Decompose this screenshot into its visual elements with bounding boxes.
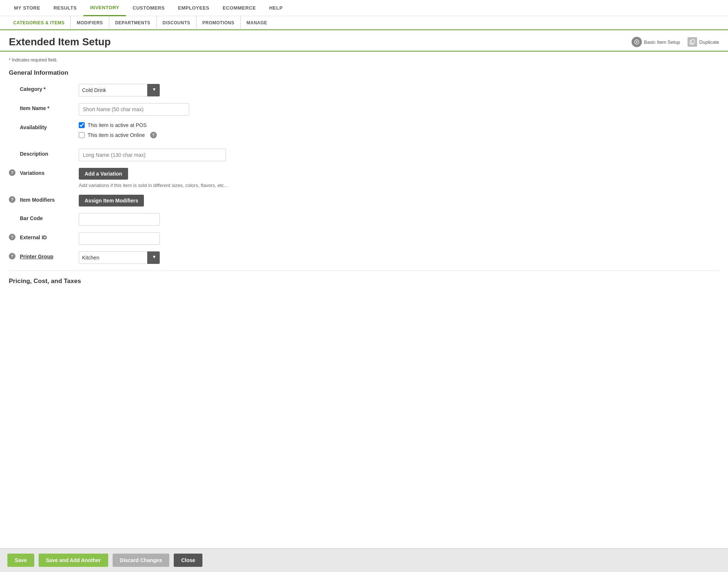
- page-header: Extended Item Setup Basic Item Setup Dup…: [0, 30, 728, 52]
- variations-hint: Add variations if this item is sold in d…: [79, 183, 719, 188]
- subnav-discounts[interactable]: DISCOUNTS: [157, 16, 197, 30]
- basic-item-setup-link[interactable]: Basic Item Setup: [632, 37, 680, 47]
- assign-item-modifiers-button[interactable]: Assign Item Modifiers: [79, 195, 144, 206]
- nav-customers[interactable]: CUSTOMERS: [126, 0, 171, 16]
- bar-code-label: Bar Code: [20, 213, 79, 221]
- basic-item-setup-label: Basic Item Setup: [644, 39, 680, 45]
- availability-online-checkbox[interactable]: [79, 132, 85, 138]
- category-row: Category * Cold Drink Hot Drink Food Des…: [9, 84, 719, 96]
- external-id-label: External ID: [20, 232, 79, 240]
- duplicate-label: Duplicate: [699, 39, 719, 45]
- duplicate-icon: [688, 37, 697, 47]
- item-name-control: [79, 103, 719, 116]
- pos-checkbox-row: This item is active at POS: [79, 122, 719, 128]
- nav-employees[interactable]: EMPLOYEES: [172, 0, 216, 16]
- availability-label: Availability: [20, 122, 79, 130]
- printer-group-select-wrapper: Kitchen Bar None: [79, 251, 160, 264]
- nav-help[interactable]: HELP: [262, 0, 289, 16]
- external-id-control: [79, 232, 719, 245]
- bar-code-row: Bar Code: [9, 213, 719, 226]
- item-name-row: Item Name *: [9, 103, 719, 116]
- availability-pos-label: This item is active at POS: [88, 122, 146, 128]
- availability-pos-checkbox[interactable]: [79, 122, 85, 128]
- pricing-heading: Pricing, Cost, and Taxes: [9, 278, 719, 285]
- item-name-label: Item Name *: [20, 103, 79, 111]
- variations-help-icon[interactable]: ?: [9, 169, 15, 176]
- availability-row: Availability This item is active at POS …: [9, 122, 719, 142]
- description-row: Description: [9, 149, 719, 161]
- top-navigation: MY STORE RESULTS INVENTORY CUSTOMERS EMP…: [0, 0, 728, 16]
- bar-code-input[interactable]: [79, 213, 160, 226]
- printer-group-help-icon[interactable]: ?: [9, 253, 15, 259]
- online-checkbox-row: This item is active Online ?: [79, 132, 719, 138]
- external-id-input[interactable]: [79, 232, 160, 245]
- item-modifiers-row: ? Item Modifiers Assign Item Modifiers: [9, 195, 719, 206]
- item-modifiers-help-icon[interactable]: ?: [9, 196, 15, 203]
- item-modifiers-label: Item Modifiers: [20, 195, 79, 203]
- variations-control: Add a Variation Add variations if this i…: [79, 168, 719, 188]
- description-input[interactable]: [79, 149, 226, 161]
- item-name-input[interactable]: [79, 103, 189, 116]
- subnav-modifiers[interactable]: MODIFIERS: [71, 16, 109, 30]
- subnav-manage[interactable]: MANAGE: [241, 16, 273, 30]
- description-control: [79, 149, 719, 161]
- section-divider: [9, 271, 719, 271]
- printer-group-control: Kitchen Bar None: [79, 251, 719, 264]
- bar-code-control: [79, 213, 719, 226]
- add-variation-button[interactable]: Add a Variation: [79, 168, 128, 180]
- duplicate-link[interactable]: Duplicate: [688, 37, 719, 47]
- printer-group-select[interactable]: Kitchen Bar None: [79, 251, 160, 264]
- category-select-wrapper: Cold Drink Hot Drink Food Dessert: [79, 84, 160, 96]
- printer-group-label: Printer Group: [20, 251, 79, 259]
- basic-item-setup-icon: [632, 37, 642, 47]
- main-content: * Indicates required field. General Info…: [0, 52, 728, 328]
- external-id-help-icon[interactable]: ?: [9, 234, 15, 240]
- header-actions: Basic Item Setup Duplicate: [632, 37, 719, 47]
- nav-my-store[interactable]: MY STORE: [7, 0, 47, 16]
- description-label: Description: [20, 149, 79, 157]
- sub-navigation: CATEGORIES & ITEMS MODIFIERS DEPARTMENTS…: [0, 16, 728, 30]
- category-select[interactable]: Cold Drink Hot Drink Food Dessert: [79, 84, 160, 96]
- required-note: * Indicates required field.: [9, 57, 719, 63]
- subnav-categories-items[interactable]: CATEGORIES & ITEMS: [7, 16, 71, 30]
- nav-results[interactable]: RESULTS: [47, 0, 83, 16]
- nav-inventory[interactable]: INVENTORY: [84, 0, 126, 16]
- availability-online-help-icon[interactable]: ?: [150, 132, 157, 138]
- subnav-departments[interactable]: DEPARTMENTS: [109, 16, 157, 30]
- general-info-heading: General Information: [9, 69, 719, 77]
- category-label: Category *: [20, 84, 79, 92]
- external-id-row: ? External ID: [9, 232, 719, 245]
- subnav-promotions[interactable]: PROMOTIONS: [197, 16, 241, 30]
- item-modifiers-control: Assign Item Modifiers: [79, 195, 719, 206]
- nav-ecommerce[interactable]: ECOMMERCE: [216, 0, 262, 16]
- category-control: Cold Drink Hot Drink Food Dessert: [79, 84, 719, 96]
- availability-online-label: This item is active Online: [88, 132, 145, 138]
- variations-row: ? Variations Add a Variation Add variati…: [9, 168, 719, 188]
- printer-group-row: ? Printer Group Kitchen Bar None: [9, 251, 719, 264]
- variations-label: Variations: [20, 168, 79, 176]
- availability-control: This item is active at POS This item is …: [79, 122, 719, 142]
- svg-rect-2: [691, 40, 695, 43]
- page-title: Extended Item Setup: [9, 36, 111, 48]
